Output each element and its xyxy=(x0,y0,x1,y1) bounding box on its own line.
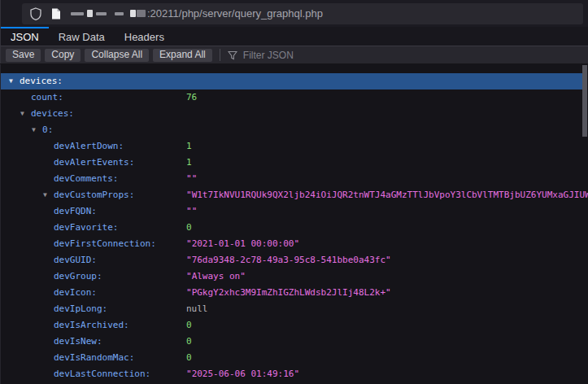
indent-spacer xyxy=(1,311,43,312)
json-tree-row[interactable]: devIpLongnull xyxy=(1,301,583,317)
json-key: devIcon xyxy=(54,287,97,298)
json-value: null xyxy=(186,301,208,317)
toolbar-separator xyxy=(220,49,220,61)
json-tree-row[interactable]: devGUID76da9348-2c78-49a3-95c8-541bbe0a4… xyxy=(1,252,583,268)
json-key: devFavorite xyxy=(54,222,118,233)
json-value: Always on xyxy=(186,268,246,285)
json-value xyxy=(186,171,197,187)
indent-spacer xyxy=(1,229,43,230)
indent-spacer xyxy=(1,327,43,328)
indent-spacer xyxy=(1,197,43,198)
json-key: devAlertEvents xyxy=(54,157,134,168)
json-value: 0 xyxy=(186,220,192,236)
indent-spacer xyxy=(1,116,20,116)
json-tree-row[interactable]: devFirstConnection2021-01-01 00:00:00 xyxy=(1,236,583,252)
json-tree-row[interactable]: devFavorite0 xyxy=(1,220,583,236)
tab-raw-data[interactable]: Raw Data xyxy=(49,27,115,46)
json-tree-row[interactable]: ▼devices xyxy=(1,106,583,122)
json-key: devices xyxy=(20,76,63,86)
copy-button[interactable]: Copy xyxy=(45,49,81,62)
json-tree-row[interactable]: devComments xyxy=(1,171,583,187)
json-tree-row[interactable]: count76 xyxy=(1,89,583,106)
json-value: 2025-06-06 01:49:16 xyxy=(186,366,299,382)
vertical-scrollbar-thumb[interactable] xyxy=(582,65,587,137)
expand-all-button[interactable]: Expand All xyxy=(153,49,212,62)
json-key: devFQDN xyxy=(54,206,97,216)
expander-triangle-icon[interactable]: ▼ xyxy=(43,187,54,203)
json-key: devComments xyxy=(54,173,118,184)
json-tree-row[interactable]: devIconPGkgY2xhc3M9ImZhIGZhLWdsb2JlIj48L… xyxy=(1,285,583,301)
indent-spacer xyxy=(1,295,43,295)
json-value: 2021-01-01 00:00:00 xyxy=(186,236,299,252)
collapse-all-button[interactable]: Collapse All xyxy=(85,49,149,62)
indent-spacer xyxy=(1,83,9,84)
json-value: 1 xyxy=(186,138,192,155)
expander-triangle-icon[interactable]: ▼ xyxy=(32,122,42,138)
indent-spacer xyxy=(1,99,20,100)
jsonviewer-toolbar: Save Copy Collapse All Expand All Filter… xyxy=(0,46,588,63)
indent-spacer xyxy=(1,213,43,214)
shield-icon[interactable] xyxy=(30,7,41,20)
json-tree-row[interactable]: devIsRandomMac0 xyxy=(1,350,583,366)
json-tree-row[interactable]: devIsArchived0 xyxy=(1,317,583,334)
page-icon[interactable] xyxy=(51,8,61,20)
json-key: devGroup xyxy=(54,271,102,281)
filter-json-input[interactable]: Filter JSON xyxy=(228,50,294,61)
indent-spacer xyxy=(1,181,43,181)
json-key: devIsArchived xyxy=(54,320,129,330)
tab-json[interactable]: JSON xyxy=(1,27,49,46)
json-value: 76 xyxy=(186,89,197,106)
json-value: 1 xyxy=(186,155,192,171)
indent-spacer xyxy=(1,164,43,165)
expander-triangle-icon[interactable]: ▼ xyxy=(20,106,31,122)
tab-headers[interactable]: Headers xyxy=(115,27,174,46)
url-bar[interactable]: :20211/php/server/query_graphql.php xyxy=(22,3,583,24)
json-key: devices xyxy=(31,108,74,119)
json-key: devAlertDown xyxy=(54,141,124,151)
json-key: devLastConnection xyxy=(54,369,150,379)
json-key: 0 xyxy=(42,124,53,135)
indent-spacer xyxy=(1,132,32,133)
json-value: 0 xyxy=(186,334,192,350)
indent-spacer xyxy=(1,376,43,377)
redacted-host xyxy=(71,10,146,17)
json-value: 76da9348-2c78-49a3-95c8-541bbe0a43fc xyxy=(186,252,391,268)
filter-placeholder: Filter JSON xyxy=(243,50,294,61)
json-key: devFirstConnection xyxy=(54,238,156,249)
jsonviewer-tabstrip: JSON Raw Data Headers xyxy=(0,27,588,46)
filter-funnel-icon xyxy=(228,50,237,60)
json-tree: ▼devicescount76▼devices▼0devAlertDown1de… xyxy=(0,64,588,384)
json-tree-row[interactable]: ▼0 xyxy=(1,122,583,138)
indent-spacer xyxy=(1,343,43,344)
json-value: 0 xyxy=(186,317,192,334)
json-tree-row[interactable]: devFQDN xyxy=(1,203,583,220)
save-button[interactable]: Save xyxy=(6,49,41,62)
json-tree-row[interactable]: devAlertEvents1 xyxy=(1,155,583,171)
indent-spacer xyxy=(1,262,43,263)
json-value: W1t7IkNVU1RQUk9QX2ljb24iOiJQR2tnWTJ4aGMz… xyxy=(186,187,588,203)
json-key: devCustomProps xyxy=(54,190,134,200)
json-value: 0 xyxy=(186,350,192,366)
json-value xyxy=(186,203,197,220)
indent-spacer xyxy=(1,278,43,279)
json-tree-row[interactable]: ▼devCustomPropsW1t7IkNVU1RQUk9QX2ljb24iO… xyxy=(1,187,583,203)
json-key: devIpLong xyxy=(54,303,107,314)
url-text: :20211/php/server/query_graphql.php xyxy=(147,7,323,20)
indent-spacer xyxy=(1,360,43,360)
indent-spacer xyxy=(1,148,43,149)
json-value: PGkgY2xhc3M9ImZhIGZhLWdsb2JlIj48L2k+ xyxy=(186,285,391,301)
json-tree-row[interactable]: ▼devices xyxy=(1,73,583,89)
json-tree-row[interactable]: devIsNew0 xyxy=(1,334,583,350)
expander-triangle-icon[interactable]: ▼ xyxy=(9,73,20,89)
json-tree-row[interactable]: devLastConnection2025-06-06 01:49:16 xyxy=(1,366,583,382)
json-key: devIsNew xyxy=(54,336,102,347)
browser-toolbar: :20211/php/server/query_graphql.php xyxy=(0,0,588,27)
json-tree-row[interactable]: devAlertDown1 xyxy=(1,138,583,155)
indent-spacer xyxy=(1,246,43,247)
json-key: devGUID xyxy=(54,255,97,265)
json-key: count xyxy=(31,92,63,103)
json-tree-row[interactable]: devGroupAlways on xyxy=(1,268,583,285)
json-key: devIsRandomMac xyxy=(54,352,134,363)
